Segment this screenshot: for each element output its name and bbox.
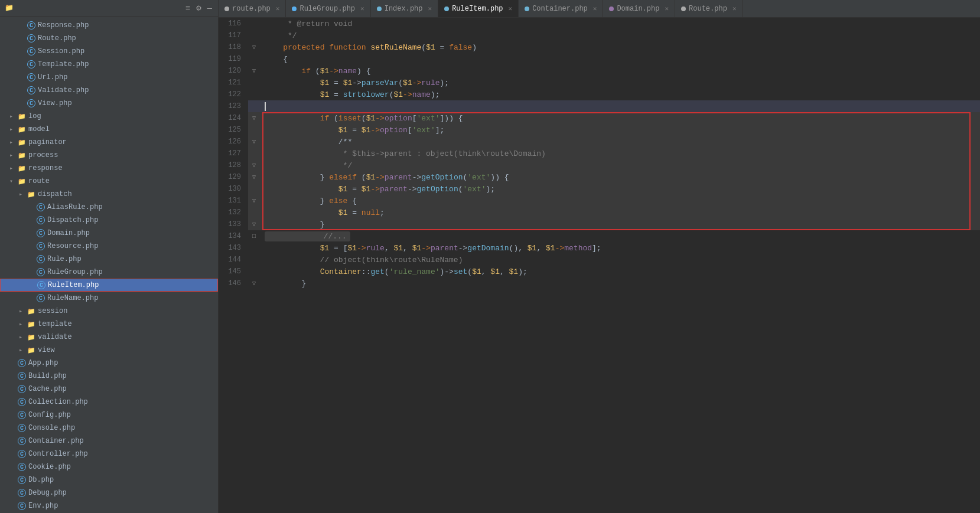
tree-item-route[interactable]: ▾📁route bbox=[0, 175, 218, 188]
sidebar-settings-icon[interactable]: ≡ bbox=[184, 3, 191, 14]
tree-item-process[interactable]: ▸📁process bbox=[0, 149, 218, 162]
tree-item-view[interactable]: ▸📁view bbox=[0, 344, 218, 357]
tree-item-Container-php[interactable]: CContainer.php bbox=[0, 434, 218, 447]
tree-item-Env-php[interactable]: CEnv.php bbox=[0, 499, 218, 512]
tree-item-RuleItem-php[interactable]: CRuleItem.php bbox=[0, 279, 218, 292]
tab-close-icon[interactable]: ✕ bbox=[360, 5, 364, 12]
sidebar-gear-icon[interactable]: ⚙ bbox=[195, 3, 202, 14]
tree-item-Resource-php[interactable]: CResource.php bbox=[0, 240, 218, 253]
tab-close-icon[interactable]: ✕ bbox=[593, 5, 597, 12]
tree-item-Template-php[interactable]: CTemplate.php bbox=[0, 58, 218, 71]
tree-item-Cookie-php[interactable]: CCookie.php bbox=[0, 460, 218, 473]
tree-item-Url-php[interactable]: CUrl.php bbox=[0, 71, 218, 84]
gutter-icon[interactable]: ▽ bbox=[248, 277, 260, 289]
code-line-127: 127 * $this->parent : object(think\route… bbox=[219, 148, 980, 159]
gutter-icon[interactable]: ▽ bbox=[248, 171, 260, 183]
gutter-icon[interactable] bbox=[248, 183, 260, 195]
line-number: 117 bbox=[219, 30, 248, 41]
tree-item-label: Env.php bbox=[28, 502, 58, 510]
file-c-icon: C bbox=[18, 424, 26, 432]
gutter-icon[interactable]: □ bbox=[248, 230, 260, 242]
tree-item-Build-php[interactable]: CBuild.php bbox=[0, 370, 218, 383]
tree-item-Route-php[interactable]: CRoute.php bbox=[0, 32, 218, 45]
tab-close-icon[interactable]: ✕ bbox=[428, 5, 432, 12]
tree-item-Rule-php[interactable]: CRule.php bbox=[0, 253, 218, 266]
tree-item-template[interactable]: ▸📁template bbox=[0, 318, 218, 331]
tree-item-paginator[interactable]: ▸📁paginator bbox=[0, 136, 218, 149]
project-title[interactable]: 📁 bbox=[5, 4, 18, 12]
folder-arrow: ▸ bbox=[19, 191, 27, 198]
tree-item-Controller-php[interactable]: CController.php bbox=[0, 447, 218, 460]
gutter-icon[interactable] bbox=[248, 242, 260, 254]
tab-label: route.php bbox=[232, 5, 271, 13]
tree-item-RuleGroup-php[interactable]: CRuleGroup.php bbox=[0, 266, 218, 279]
gutter-icon[interactable] bbox=[248, 77, 260, 89]
tab-close-icon[interactable]: ✕ bbox=[665, 5, 669, 12]
gutter-icon[interactable]: ▽ bbox=[248, 112, 260, 124]
tab-close-icon[interactable]: ✕ bbox=[732, 5, 737, 12]
tree-item-label: view bbox=[38, 346, 55, 354]
gutter-icon[interactable] bbox=[248, 89, 260, 100]
tab-dot bbox=[609, 6, 614, 11]
gutter-icon[interactable]: ▽ bbox=[248, 136, 260, 148]
tree-item-Console-php[interactable]: CConsole.php bbox=[0, 421, 218, 434]
tab-close-icon[interactable]: ✕ bbox=[509, 5, 513, 12]
tab-RuleItem-php[interactable]: RuleItem.php ✕ bbox=[438, 0, 519, 17]
gutter-icon[interactable] bbox=[248, 18, 260, 30]
tree-item-Config-php[interactable]: CConfig.php bbox=[0, 409, 218, 421]
gutter-icon[interactable]: ▽ bbox=[248, 218, 260, 230]
tree-item-model[interactable]: ▸📁model bbox=[0, 123, 218, 136]
tab-Route-php[interactable]: Route.php ✕ bbox=[675, 0, 743, 17]
gutter-icon[interactable] bbox=[248, 148, 260, 159]
tree-item-dispatch[interactable]: ▸📁dispatch bbox=[0, 188, 218, 201]
tree-item-validate[interactable]: ▸📁validate bbox=[0, 331, 218, 344]
gutter-icon[interactable] bbox=[248, 266, 260, 277]
tab-Domain-php[interactable]: Domain.php ✕ bbox=[603, 0, 675, 17]
tree-item-response[interactable]: ▸📁response bbox=[0, 162, 218, 175]
gutter-icon[interactable]: ▽ bbox=[248, 195, 260, 207]
tree-item-label: Route.php bbox=[38, 34, 76, 43]
folder-arrow: ▸ bbox=[9, 152, 18, 159]
tree-item-AliasRule-php[interactable]: CAliasRule.php bbox=[0, 201, 218, 214]
tree-item-Cache-php[interactable]: CCache.php bbox=[0, 383, 218, 396]
tree-item-session[interactable]: ▸📁session bbox=[0, 305, 218, 318]
code-editor[interactable]: 116 * @return void117 */118▽ protected f… bbox=[219, 18, 980, 513]
sidebar-minimize-icon[interactable]: — bbox=[206, 3, 213, 14]
gutter-icon[interactable]: ▽ bbox=[248, 159, 260, 171]
tree-item-Collection-php[interactable]: CCollection.php bbox=[0, 396, 218, 409]
tab-Container-php[interactable]: Container.php ✕ bbox=[519, 0, 603, 17]
tree-item-log[interactable]: ▸📁log bbox=[0, 110, 218, 123]
line-number: 134 bbox=[219, 230, 248, 242]
tab-Index-php[interactable]: Index.php ✕ bbox=[371, 0, 438, 17]
line-code: } bbox=[260, 277, 980, 289]
tree-item-Dispatch-php[interactable]: CDispatch.php bbox=[0, 214, 218, 227]
tab-RuleGroup-php[interactable]: RuleGroup.php ✕ bbox=[286, 0, 370, 17]
gutter-icon[interactable] bbox=[248, 30, 260, 41]
code-line-143: 143 $1 = [$1->rule, $1, $1->parent->getD… bbox=[219, 242, 980, 254]
gutter-icon[interactable]: ▽ bbox=[248, 41, 260, 53]
tree-item-Response-php[interactable]: CResponse.php bbox=[0, 19, 218, 32]
gutter-icon[interactable] bbox=[248, 53, 260, 65]
gutter-icon[interactable] bbox=[248, 254, 260, 266]
tree-item-Db-php[interactable]: CDb.php bbox=[0, 473, 218, 486]
tree-item-label: route bbox=[28, 177, 50, 185]
tree-item-RuleName-php[interactable]: CRuleName.php bbox=[0, 292, 218, 305]
tree-item-label: Dispatch.php bbox=[47, 216, 98, 224]
tab-close-icon[interactable]: ✕ bbox=[276, 5, 280, 12]
gutter-icon[interactable] bbox=[248, 100, 260, 112]
tree-item-Domain-php[interactable]: CDomain.php bbox=[0, 227, 218, 240]
gutter-icon[interactable] bbox=[248, 124, 260, 136]
file-c-icon: C bbox=[18, 385, 26, 393]
tree-item-App-php[interactable]: CApp.php bbox=[0, 357, 218, 370]
tree-item-View-php[interactable]: CView.php bbox=[0, 97, 218, 110]
file-c-icon: C bbox=[37, 294, 45, 302]
folder-icon: 📁 bbox=[27, 334, 35, 341]
tree-item-Validate-php[interactable]: CValidate.php bbox=[0, 84, 218, 97]
tree-item-Session-php[interactable]: CSession.php bbox=[0, 45, 218, 58]
tree-item-label: Build.php bbox=[28, 372, 67, 380]
tree-item-Debug-php[interactable]: CDebug.php bbox=[0, 486, 218, 499]
gutter-icon[interactable] bbox=[248, 207, 260, 218]
sidebar: 📁 ≡ ⚙ — CResponse.php CRoute.php CSessio… bbox=[0, 0, 219, 513]
tab-route-php[interactable]: route.php ✕ bbox=[219, 0, 286, 17]
gutter-icon[interactable]: ▽ bbox=[248, 65, 260, 77]
